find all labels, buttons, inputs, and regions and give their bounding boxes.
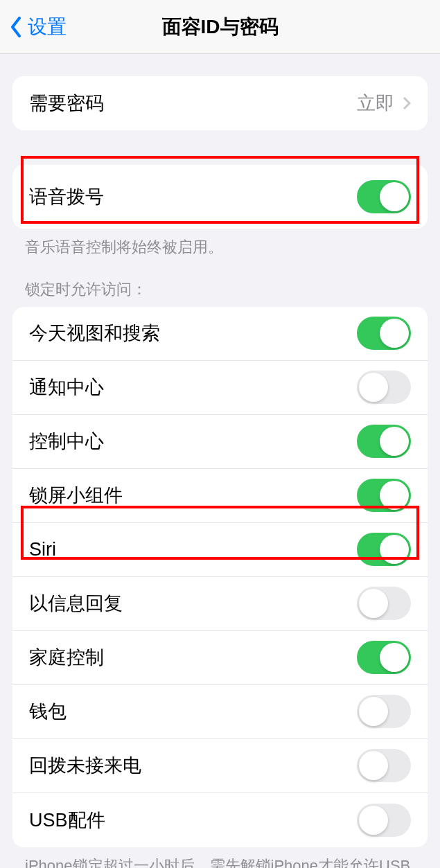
back-label: 设置 [28, 14, 67, 40]
voice-group: 语音拨号 [12, 165, 428, 229]
locked-access-group: 今天视图和搜索 通知中心 控制中心 锁屏小组件 Siri 以信息回复 家庭控制 [12, 307, 428, 847]
today-view-row: 今天视图和搜索 [12, 307, 428, 361]
back-button[interactable]: 设置 [0, 14, 67, 40]
require-passcode-label: 需要密码 [29, 91, 104, 116]
today-view-toggle[interactable] [357, 317, 411, 350]
usb-accessories-row: USB配件 [12, 793, 428, 847]
page-title: 面容ID与密码 [162, 14, 279, 40]
home-control-toggle[interactable] [357, 641, 411, 674]
control-center-row: 控制中心 [12, 415, 428, 469]
reply-with-message-label: 以信息回复 [29, 591, 123, 616]
require-passcode-row[interactable]: 需要密码 立即 [12, 76, 428, 130]
voice-dial-label: 语音拨号 [29, 184, 104, 209]
notification-center-label: 通知中心 [29, 375, 104, 400]
wallet-label: 钱包 [29, 699, 67, 724]
nav-header: 设置 面容ID与密码 [0, 0, 440, 54]
lock-screen-widgets-toggle[interactable] [357, 479, 411, 512]
control-center-toggle[interactable] [357, 425, 411, 458]
siri-label: Siri [29, 539, 56, 560]
chevron-left-icon [10, 17, 22, 37]
reply-with-message-toggle[interactable] [357, 587, 411, 620]
siri-row: Siri [12, 523, 428, 577]
reply-with-message-row: 以信息回复 [12, 577, 428, 631]
passcode-group: 需要密码 立即 [12, 76, 428, 130]
home-control-label: 家庭控制 [29, 645, 104, 670]
locked-access-footer: iPhone锁定超过一小时后，需先解锁iPhone才能允许USB配件连接。 [0, 847, 440, 868]
wallet-row: 钱包 [12, 685, 428, 739]
notification-center-toggle[interactable] [357, 371, 411, 404]
chevron-right-icon [403, 96, 411, 110]
usb-accessories-label: USB配件 [29, 808, 105, 833]
locked-access-header: 锁定时允许访问： [0, 258, 440, 307]
return-missed-calls-label: 回拨未接来电 [29, 753, 141, 778]
siri-toggle[interactable] [357, 533, 411, 566]
home-control-row: 家庭控制 [12, 631, 428, 685]
control-center-label: 控制中心 [29, 429, 104, 454]
voice-footer: 音乐语音控制将始终被启用。 [0, 229, 440, 258]
voice-dial-toggle[interactable] [357, 180, 411, 213]
usb-accessories-toggle[interactable] [357, 804, 411, 837]
return-missed-calls-row: 回拨未接来电 [12, 739, 428, 793]
notification-center-row: 通知中心 [12, 361, 428, 415]
today-view-label: 今天视图和搜索 [29, 321, 160, 346]
require-passcode-value: 立即 [357, 91, 411, 116]
lock-screen-widgets-label: 锁屏小组件 [29, 483, 123, 508]
lock-screen-widgets-row: 锁屏小组件 [12, 469, 428, 523]
wallet-toggle[interactable] [357, 695, 411, 728]
voice-dial-row: 语音拨号 [12, 165, 428, 229]
return-missed-calls-toggle[interactable] [357, 749, 411, 782]
